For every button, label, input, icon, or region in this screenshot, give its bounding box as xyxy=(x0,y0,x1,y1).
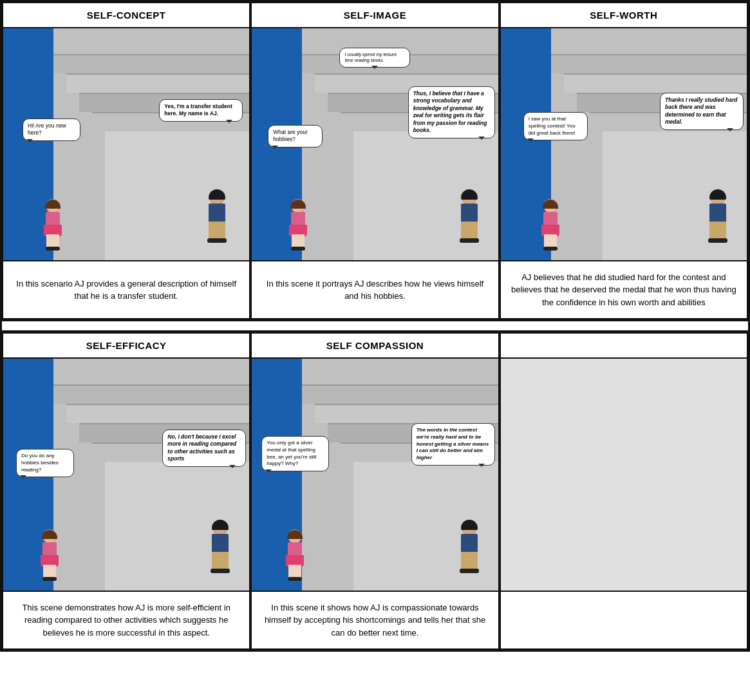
boy-hair5 xyxy=(461,520,478,530)
scene-self-efficacy: Do you do any hobbies besides reading? N… xyxy=(3,359,249,591)
main-grid: SELF-CONCEPT Hi! Are you new here? xyxy=(0,0,750,652)
cell-empty xyxy=(500,332,748,650)
cell-self-image: SELF-IMAGE I usually spend my leisure ti… xyxy=(250,2,499,319)
boy-hair3 xyxy=(709,189,726,200)
image-self-concept: Hi! Are you new here? Yes, I'm a transfe… xyxy=(3,28,249,260)
boy-torso4 xyxy=(212,534,229,553)
desc-self-concept: In this scenario AJ provides a general d… xyxy=(3,260,249,318)
girl-legs2 xyxy=(292,234,305,247)
girl-shoes3 xyxy=(543,247,558,251)
bubble-girl-3: I saw you at that spelling contest! You … xyxy=(523,112,588,140)
char-girl-3 xyxy=(539,199,562,251)
bubble-boy-3: Thanks I really studied hard back there … xyxy=(660,93,744,130)
char-boy-4 xyxy=(207,520,233,581)
bubble-girl-5: You only got a silver medal at that spel… xyxy=(261,436,329,471)
bubble-boy-2: Thus, I believe that I have a strong voc… xyxy=(408,86,495,138)
char-girl-4 xyxy=(39,529,61,581)
desc-self-compassion: In this scene it shows how AJ is compass… xyxy=(252,591,498,648)
scene-self-image: I usually spend my leisure time reading … xyxy=(252,28,498,260)
girl-hair5 xyxy=(287,530,303,539)
boy-hair xyxy=(209,189,225,200)
scene-self-worth: I saw you at that spelling contest! You … xyxy=(501,28,747,260)
boy-torso3 xyxy=(709,203,726,223)
boy-pants xyxy=(209,222,225,240)
char-boy-1 xyxy=(204,189,230,251)
blue-bar-left3 xyxy=(501,28,530,260)
image-self-worth: I saw you at that spelling contest! You … xyxy=(501,28,747,260)
row-divider xyxy=(2,319,748,332)
scene-self-concept: Hi! Are you new here? Yes, I'm a transfe… xyxy=(3,28,249,260)
char-girl-1 xyxy=(42,199,64,251)
header-self-image: SELF-IMAGE xyxy=(252,3,498,28)
bubble-girl-4: Do you do any hobbies besides reading? xyxy=(16,449,74,477)
desc-self-worth: AJ believes that he did studied hard for… xyxy=(501,260,747,318)
bubble-girl-1: Hi! Are you new here? xyxy=(23,118,80,141)
girl-hair2 xyxy=(290,200,306,209)
boy-pants5 xyxy=(461,552,478,570)
header-empty xyxy=(501,334,747,359)
boy-shoes4 xyxy=(211,569,230,573)
cell-self-concept: SELF-CONCEPT Hi! Are you new here? xyxy=(2,2,250,319)
bubble-boy-4: No, I don't because I excel more in read… xyxy=(162,430,246,467)
step2 xyxy=(66,73,249,93)
char-boy-3 xyxy=(705,189,731,251)
cell-self-efficacy: SELF-EFFICACY Do you do any hobbies besi… xyxy=(2,332,250,650)
image-self-efficacy: Do you do any hobbies besides reading? N… xyxy=(3,359,249,591)
boy-shoes2 xyxy=(460,238,479,243)
boy-pants2 xyxy=(461,222,478,240)
char-boy-2 xyxy=(456,189,482,251)
boy-torso xyxy=(209,203,225,223)
girl-shoes2 xyxy=(291,247,305,251)
boy-shoes3 xyxy=(708,238,727,243)
boy-torso2 xyxy=(461,203,478,223)
scene-self-compassion: You only got a silver medal at that spel… xyxy=(252,359,498,591)
header-self-concept: SELF-CONCEPT xyxy=(3,3,249,28)
header-self-efficacy: SELF-EFFICACY xyxy=(3,334,249,359)
char-boy-5 xyxy=(456,520,482,581)
boy-shoes5 xyxy=(460,569,479,573)
desc-self-image: In this scene it portrays AJ describes h… xyxy=(252,260,498,318)
header-self-compassion: SELF COMPASSION xyxy=(252,334,498,359)
desc-empty xyxy=(501,591,747,648)
girl-legs5 xyxy=(288,565,301,578)
bubble-boy-1: Yes, I'm a transfer student here. My nam… xyxy=(159,99,243,122)
boy-hair4 xyxy=(212,520,229,530)
image-empty xyxy=(501,359,747,591)
image-self-compassion: You only got a silver medal at that spel… xyxy=(252,359,498,591)
boy-shoes xyxy=(207,238,227,243)
girl-shoes4 xyxy=(42,577,57,581)
char-girl-2 xyxy=(287,199,310,251)
boy-torso5 xyxy=(461,534,478,553)
girl-shoes xyxy=(46,247,60,251)
char-girl-5 xyxy=(284,529,306,581)
step1 xyxy=(53,54,249,73)
image-self-image: I usually spend my leisure time reading … xyxy=(252,28,498,260)
boy-pants3 xyxy=(709,222,726,240)
bubble-girl-2: What are your hobbies? xyxy=(268,125,323,147)
boy-hair2 xyxy=(461,189,478,200)
desc-self-efficacy: This scene demonstrates how AJ is more s… xyxy=(3,591,249,648)
header-self-worth: SELF-WORTH xyxy=(501,3,747,28)
girl-legs4 xyxy=(43,565,56,578)
girl-legs xyxy=(46,234,59,247)
cell-self-worth: SELF-WORTH I saw you at that spelling co… xyxy=(500,2,748,319)
boy-pants4 xyxy=(212,552,229,570)
bubble-boy-5: The words in the contest we're really ha… xyxy=(411,423,495,466)
cell-self-compassion: SELF COMPASSION You only got a silver me… xyxy=(250,332,499,650)
girl-legs3 xyxy=(544,234,557,247)
girl-shoes5 xyxy=(288,577,302,581)
bubble-top: I usually spend my leisure time reading … xyxy=(339,48,410,68)
